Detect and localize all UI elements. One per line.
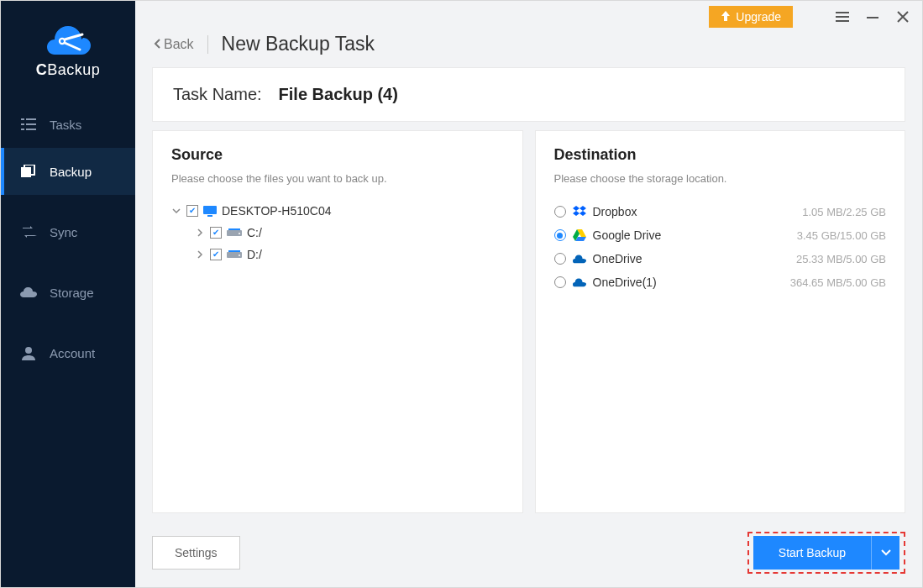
chevron-down-icon	[881, 549, 891, 556]
svg-rect-3	[26, 118, 36, 120]
start-backup-button[interactable]: Start Backup	[753, 536, 899, 570]
sidebar: CBackup Tasks Backup Sync Storage Accoun…	[1, 1, 135, 587]
sidebar-item-backup[interactable]: Backup	[1, 148, 135, 195]
drive-icon	[227, 228, 242, 238]
backup-icon	[19, 165, 38, 178]
sidebar-item-sync[interactable]: Sync	[1, 208, 135, 255]
destination-list: Dropbox 1.05 MB/2.25 GB Google Drive 3.4…	[554, 200, 887, 294]
destination-usage: 25.33 MB/5.00 GB	[796, 253, 886, 265]
breadcrumb-separator	[207, 35, 208, 54]
settings-button[interactable]: Settings	[152, 536, 240, 570]
destination-hint: Please choose the storage location.	[554, 172, 887, 185]
app-logo-text: CBackup	[36, 61, 101, 79]
google-drive-icon	[573, 228, 586, 242]
destination-usage: 364.65 MB/5.00 GB	[790, 276, 886, 289]
svg-rect-14	[867, 17, 878, 18]
svg-rect-2	[21, 118, 24, 120]
destination-name: Google Drive	[593, 228, 662, 242]
app-logo: CBackup	[1, 1, 135, 101]
monitor-icon	[203, 206, 217, 216]
svg-rect-5	[26, 123, 36, 125]
source-hint: Please choose the files you want to back…	[171, 172, 504, 185]
back-link[interactable]: Back	[154, 37, 194, 52]
destination-panel: Destination Please choose the storage lo…	[535, 130, 906, 513]
root-checkbox[interactable]	[186, 205, 198, 217]
svg-rect-6	[21, 129, 24, 130]
svg-point-1	[60, 39, 64, 43]
svg-rect-12	[836, 16, 849, 18]
close-icon	[897, 11, 909, 23]
account-icon	[19, 345, 38, 360]
breadcrumb: Back New Backup Task	[152, 31, 905, 59]
title-bar: Upgrade	[135, 1, 922, 33]
cloud-logo-icon	[43, 19, 93, 55]
destination-name: OneDrive(1)	[593, 276, 657, 289]
radio-button[interactable]	[554, 276, 566, 288]
svg-rect-11	[836, 12, 849, 13]
close-button[interactable]	[890, 5, 915, 29]
back-label: Back	[164, 37, 194, 52]
chevron-down-icon[interactable]	[171, 207, 181, 215]
sidebar-item-tasks[interactable]: Tasks	[1, 101, 135, 148]
tree-root[interactable]: DESKTOP-H510C04	[171, 200, 504, 222]
hamburger-icon	[836, 12, 849, 22]
source-title: Source	[171, 146, 504, 164]
minimize-icon	[867, 11, 878, 23]
svg-point-22	[239, 255, 240, 256]
drive-checkbox[interactable]	[210, 227, 222, 239]
svg-rect-21	[228, 250, 240, 252]
task-name-row: Task Name:	[152, 67, 905, 122]
onedrive-icon	[573, 276, 586, 289]
upgrade-icon	[721, 10, 731, 24]
drive-checkbox[interactable]	[210, 249, 222, 260]
sidebar-item-label: Backup	[50, 165, 92, 179]
sidebar-item-label: Account	[50, 346, 95, 360]
destination-name: OneDrive	[593, 252, 642, 265]
destination-title: Destination	[554, 146, 887, 164]
svg-rect-18	[228, 228, 240, 230]
radio-button[interactable]	[554, 253, 566, 265]
drive-icon	[227, 249, 242, 260]
sidebar-item-storage[interactable]: Storage	[1, 269, 135, 316]
source-tree: DESKTOP-H510C04 C:/ D:/	[171, 200, 504, 265]
destination-name: Dropbox	[593, 205, 637, 218]
storage-icon	[19, 286, 38, 298]
chevron-left-icon	[154, 37, 160, 52]
panels: Source Please choose the files you want …	[152, 130, 905, 513]
destination-option[interactable]: Google Drive 3.45 GB/15.00 GB	[554, 223, 887, 247]
radio-button[interactable]	[554, 206, 566, 218]
minimize-button[interactable]	[860, 5, 885, 29]
tree-drive[interactable]: D:/	[195, 244, 504, 265]
svg-rect-15	[203, 206, 217, 214]
svg-point-19	[239, 233, 240, 234]
dropbox-icon	[573, 205, 586, 218]
start-backup-label: Start Backup	[753, 536, 871, 570]
upgrade-label: Upgrade	[736, 10, 781, 24]
main-content: Back New Backup Task Task Name: Source P…	[135, 1, 922, 587]
source-panel: Source Please choose the files you want …	[152, 130, 523, 513]
start-backup-dropdown[interactable]	[871, 536, 899, 570]
chevron-right-icon[interactable]	[195, 228, 205, 237]
menu-button[interactable]	[830, 5, 855, 29]
destination-usage: 1.05 MB/2.25 GB	[802, 206, 886, 218]
sidebar-item-label: Tasks	[50, 118, 81, 132]
upgrade-button[interactable]: Upgrade	[709, 6, 793, 28]
chevron-right-icon[interactable]	[195, 250, 205, 259]
destination-option[interactable]: OneDrive 25.33 MB/5.00 GB	[554, 247, 887, 270]
tree-drive[interactable]: C:/	[195, 222, 504, 244]
destination-usage: 3.45 GB/15.00 GB	[797, 229, 886, 242]
sidebar-item-label: Storage	[50, 286, 94, 300]
destination-option[interactable]: Dropbox 1.05 MB/2.25 GB	[554, 200, 887, 223]
onedrive-icon	[573, 252, 586, 265]
radio-button[interactable]	[554, 229, 566, 241]
destination-option[interactable]: OneDrive(1) 364.65 MB/5.00 GB	[554, 270, 887, 294]
sidebar-item-account[interactable]: Account	[1, 329, 135, 376]
tree-drive-label: C:/	[247, 226, 262, 239]
tree-drive-label: D:/	[247, 248, 262, 261]
footer: Settings Start Backup	[152, 522, 905, 574]
svg-rect-4	[21, 123, 24, 125]
task-name-label: Task Name:	[173, 85, 262, 104]
task-name-input[interactable]	[275, 83, 578, 106]
start-backup-highlight: Start Backup	[747, 532, 905, 574]
svg-point-10	[25, 347, 32, 354]
